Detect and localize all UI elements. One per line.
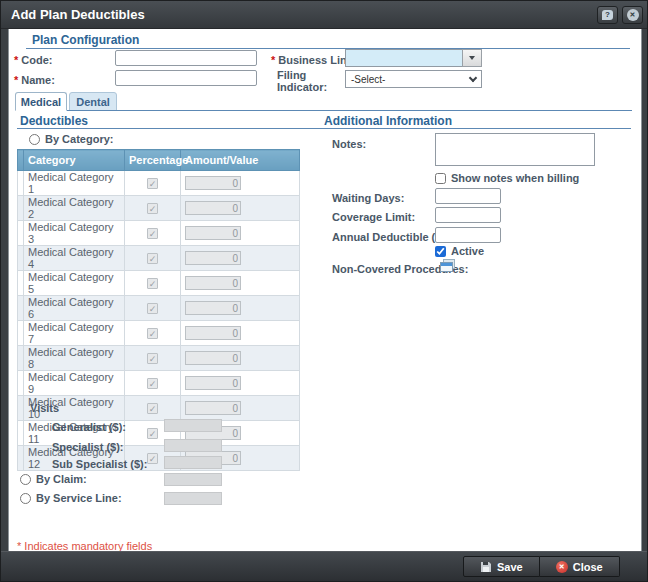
save-button[interactable]: Save xyxy=(463,556,540,577)
by-claim-radio[interactable] xyxy=(20,474,31,485)
by-claim-label: By Claim: xyxy=(36,473,87,485)
percentage-checkbox xyxy=(147,253,158,264)
dialog-close-button[interactable]: ✕ xyxy=(622,6,643,24)
category-cell: Medical Category 2 xyxy=(24,196,125,221)
notes-label: Notes: xyxy=(332,138,366,150)
amount-input xyxy=(185,301,241,315)
header-amount-value: Amount/Value xyxy=(181,150,300,171)
close-button-icon: ✕ xyxy=(556,561,568,573)
table-row: Medical Category 6 xyxy=(18,296,300,321)
popup-window-icon xyxy=(439,259,456,273)
by-category-option: By Category: xyxy=(29,133,113,145)
sub-specialist-label: Sub Specialist ($): xyxy=(52,458,147,470)
percentage-checkbox xyxy=(147,403,158,414)
tab-divider xyxy=(15,110,632,111)
show-notes-label: Show notes when billing xyxy=(451,172,579,184)
waiting-days-input[interactable] xyxy=(435,188,501,204)
non-covered-procedures-button[interactable] xyxy=(439,259,457,274)
tab-dental[interactable]: Dental xyxy=(69,92,117,111)
header-category: Category xyxy=(24,150,125,171)
table-header-row: Category Percentage Amount/Value xyxy=(18,150,300,171)
by-service-line-option: By Service Line: xyxy=(20,492,122,504)
help-icon: ? xyxy=(602,10,613,20)
annual-deductible-input[interactable] xyxy=(435,227,501,243)
active-label: Active xyxy=(451,245,484,257)
code-label: *Code: xyxy=(14,54,52,66)
table-row: Medical Category 4 xyxy=(18,246,300,271)
percentage-checkbox xyxy=(147,278,158,289)
specialist-input xyxy=(164,439,222,452)
dialog-content: Plan Configuration *Code: *Business Line… xyxy=(8,29,642,553)
help-button[interactable]: ? xyxy=(597,6,618,24)
add-plan-deductibles-dialog: Add Plan Deductibles ? ✕ Plan Configurat… xyxy=(0,0,648,582)
business-line-label: *Business Line: xyxy=(271,54,357,66)
percentage-checkbox xyxy=(147,428,158,439)
by-category-radio[interactable] xyxy=(29,134,40,145)
generalist-label: Generalist ($): xyxy=(52,421,126,433)
business-line-dropdown-button[interactable] xyxy=(462,49,482,67)
category-cell: Medical Category 9 xyxy=(24,371,125,396)
waiting-days-label: Waiting Days: xyxy=(332,192,404,204)
chevron-down-icon xyxy=(469,73,477,81)
category-cell: Medical Category 6 xyxy=(24,296,125,321)
filing-indicator-label: Filing Indicator: xyxy=(277,69,327,93)
table-row: Medical Category 1 xyxy=(18,171,300,196)
save-icon xyxy=(480,561,492,573)
category-cell: Medical Category 5 xyxy=(24,271,125,296)
active-checkbox[interactable] xyxy=(435,246,446,257)
percentage-checkbox xyxy=(147,178,158,189)
percentage-checkbox xyxy=(147,453,158,464)
amount-input xyxy=(185,201,241,215)
code-input[interactable] xyxy=(115,50,257,66)
category-cell: Medical Category 7 xyxy=(24,321,125,346)
code-required-marker: * xyxy=(14,54,18,66)
show-notes-checkbox[interactable] xyxy=(435,173,446,184)
tab-medical[interactable]: Medical xyxy=(15,92,67,111)
section-divider xyxy=(17,128,631,129)
active-option: Active xyxy=(435,245,484,257)
business-line-combobox[interactable] xyxy=(345,49,482,67)
plan-configuration-divider xyxy=(26,48,630,49)
percentage-checkbox xyxy=(147,303,158,314)
table-row: Medical Category 10 xyxy=(18,396,300,421)
name-label: *Name: xyxy=(14,74,55,86)
by-service-line-radio[interactable] xyxy=(20,493,31,504)
coverage-limit-label: Coverage Limit: xyxy=(332,211,415,223)
close-icon: ✕ xyxy=(627,9,639,21)
sub-specialist-input xyxy=(164,456,222,469)
percentage-checkbox xyxy=(147,353,158,364)
percentage-checkbox xyxy=(147,203,158,214)
business-line-value[interactable] xyxy=(345,49,462,67)
visits-heading: Visits xyxy=(30,402,59,414)
dropdown-arrow-icon xyxy=(469,56,475,60)
by-service-line-input xyxy=(164,492,222,505)
filing-indicator-select[interactable]: -Select- xyxy=(345,70,482,88)
category-cell: Medical Category 3 xyxy=(24,221,125,246)
coverage-limit-input[interactable] xyxy=(435,207,501,223)
dialog-footer: Save ✕ Close xyxy=(1,551,648,581)
amount-input xyxy=(185,176,241,190)
table-row: Medical Category 5 xyxy=(18,271,300,296)
name-input[interactable] xyxy=(115,70,257,86)
amount-input xyxy=(185,401,241,415)
category-cell: Medical Category 8 xyxy=(24,346,125,371)
specialist-label: Specialist ($): xyxy=(52,441,124,453)
amount-input xyxy=(185,226,241,240)
by-category-label: By Category: xyxy=(45,133,113,145)
plan-configuration-heading: Plan Configuration xyxy=(32,33,139,47)
table-row: Medical Category 7 xyxy=(18,321,300,346)
close-button[interactable]: ✕ Close xyxy=(540,556,620,577)
close-button-label: Close xyxy=(573,561,603,573)
deductibles-heading: Deductibles xyxy=(20,114,88,128)
dialog-title: Add Plan Deductibles xyxy=(11,1,145,29)
notes-textarea[interactable] xyxy=(435,133,595,166)
header-percentage: Percentage xyxy=(125,150,181,171)
name-required-marker: * xyxy=(14,74,18,86)
generalist-input xyxy=(164,419,222,432)
business-line-required-marker: * xyxy=(271,54,275,66)
table-row: Medical Category 2 xyxy=(18,196,300,221)
save-button-label: Save xyxy=(497,561,523,573)
table-row: Medical Category 9 xyxy=(18,371,300,396)
percentage-checkbox xyxy=(147,228,158,239)
show-notes-option: Show notes when billing xyxy=(435,172,579,184)
